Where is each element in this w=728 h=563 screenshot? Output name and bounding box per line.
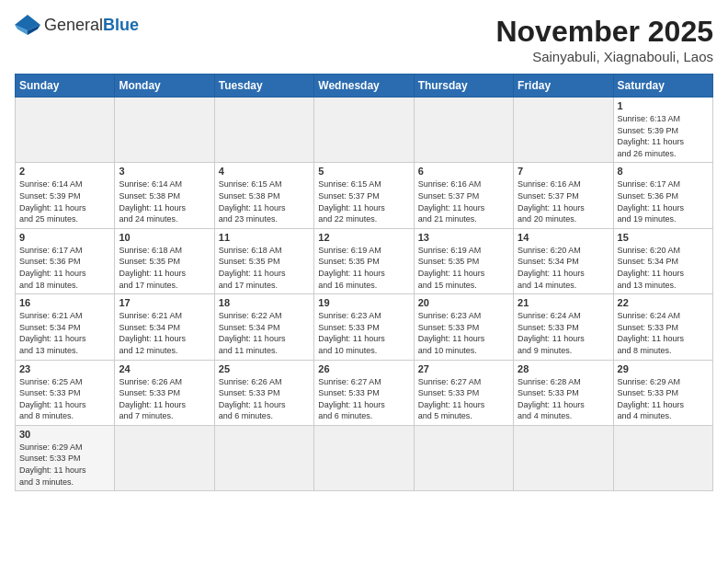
calendar-cell: 15Sunrise: 6:20 AMSunset: 5:34 PMDayligh…: [613, 228, 712, 293]
day-info: Sunrise: 6:22 AMSunset: 5:34 PMDaylight:…: [219, 310, 310, 356]
calendar-cell: 1Sunrise: 6:13 AMSunset: 5:39 PMDaylight…: [613, 98, 712, 163]
day-info: Sunrise: 6:25 AMSunset: 5:33 PMDaylight:…: [19, 376, 110, 422]
day-number: 9: [19, 232, 110, 243]
day-info: Sunrise: 6:27 AMSunset: 5:33 PMDaylight:…: [418, 376, 509, 422]
calendar-cell: [16, 98, 115, 163]
calendar-week-6: 30Sunrise: 6:29 AMSunset: 5:33 PMDayligh…: [16, 425, 713, 490]
day-info: Sunrise: 6:16 AMSunset: 5:37 PMDaylight:…: [518, 178, 609, 224]
day-info: Sunrise: 6:13 AMSunset: 5:39 PMDaylight:…: [618, 113, 709, 159]
day-number: 17: [119, 297, 210, 308]
calendar-cell: [115, 98, 214, 163]
day-info: Sunrise: 6:19 AMSunset: 5:35 PMDaylight:…: [318, 245, 409, 291]
day-number: 23: [19, 363, 110, 374]
calendar-cell: 14Sunrise: 6:20 AMSunset: 5:34 PMDayligh…: [514, 228, 613, 293]
calendar-cell: 7Sunrise: 6:16 AMSunset: 5:37 PMDaylight…: [514, 163, 613, 228]
day-number: 19: [318, 297, 409, 308]
calendar-cell: [414, 425, 513, 490]
day-info: Sunrise: 6:24 AMSunset: 5:33 PMDaylight:…: [618, 310, 709, 356]
calendar-cell: 22Sunrise: 6:24 AMSunset: 5:33 PMDayligh…: [613, 294, 712, 360]
day-number: 1: [618, 100, 709, 111]
calendar-cell: [514, 98, 613, 163]
day-number: 21: [518, 297, 609, 308]
day-number: 8: [618, 166, 709, 177]
day-number: 22: [618, 297, 709, 308]
day-info: Sunrise: 6:26 AMSunset: 5:33 PMDaylight:…: [119, 376, 210, 422]
logo-text: GeneralBlue: [44, 16, 139, 35]
calendar-cell: 29Sunrise: 6:29 AMSunset: 5:33 PMDayligh…: [613, 360, 712, 425]
day-info: Sunrise: 6:29 AMSunset: 5:33 PMDaylight:…: [19, 442, 110, 488]
day-number: 16: [19, 297, 110, 308]
day-info: Sunrise: 6:24 AMSunset: 5:33 PMDaylight:…: [518, 310, 609, 356]
calendar-cell: 3Sunrise: 6:14 AMSunset: 5:38 PMDaylight…: [115, 163, 214, 228]
calendar-cell: 27Sunrise: 6:27 AMSunset: 5:33 PMDayligh…: [414, 360, 513, 425]
logo: GeneralBlue: [15, 15, 139, 35]
day-number: 15: [618, 232, 709, 243]
calendar-cell: 21Sunrise: 6:24 AMSunset: 5:33 PMDayligh…: [514, 294, 613, 360]
calendar-cell: [613, 425, 712, 490]
day-number: 4: [219, 166, 310, 177]
day-info: Sunrise: 6:21 AMSunset: 5:34 PMDaylight:…: [119, 310, 210, 356]
day-info: Sunrise: 6:20 AMSunset: 5:34 PMDaylight:…: [518, 245, 609, 291]
logo-area: GeneralBlue: [15, 15, 139, 35]
day-number: 26: [318, 363, 409, 374]
day-info: Sunrise: 6:21 AMSunset: 5:34 PMDaylight:…: [19, 310, 110, 356]
calendar-cell: 23Sunrise: 6:25 AMSunset: 5:33 PMDayligh…: [16, 360, 115, 425]
day-number: 2: [19, 166, 110, 177]
calendar-cell: 26Sunrise: 6:27 AMSunset: 5:33 PMDayligh…: [314, 360, 414, 425]
calendar-cell: 16Sunrise: 6:21 AMSunset: 5:34 PMDayligh…: [16, 294, 115, 360]
calendar-week-1: 1Sunrise: 6:13 AMSunset: 5:39 PMDaylight…: [16, 98, 713, 163]
calendar-cell: [314, 98, 414, 163]
day-number: 12: [318, 232, 409, 243]
day-info: Sunrise: 6:18 AMSunset: 5:35 PMDaylight:…: [119, 245, 210, 291]
calendar-cell: [514, 425, 613, 490]
day-number: 29: [618, 363, 709, 374]
day-number: 7: [518, 166, 609, 177]
location-title: Sainyabuli, Xiagnabouli, Laos: [495, 49, 713, 64]
day-info: Sunrise: 6:20 AMSunset: 5:34 PMDaylight:…: [618, 245, 709, 291]
day-info: Sunrise: 6:14 AMSunset: 5:39 PMDaylight:…: [19, 178, 110, 224]
day-number: 25: [219, 363, 310, 374]
calendar-cell: 4Sunrise: 6:15 AMSunset: 5:38 PMDaylight…: [214, 163, 313, 228]
day-number: 10: [119, 232, 210, 243]
calendar-table: SundayMondayTuesdayWednesdayThursdayFrid…: [15, 74, 713, 491]
calendar-week-2: 2Sunrise: 6:14 AMSunset: 5:39 PMDaylight…: [16, 163, 713, 228]
day-info: Sunrise: 6:23 AMSunset: 5:33 PMDaylight:…: [318, 310, 409, 356]
calendar-cell: 6Sunrise: 6:16 AMSunset: 5:37 PMDaylight…: [414, 163, 513, 228]
logo-blue: Blue: [103, 16, 139, 34]
header-saturday: Saturday: [613, 75, 712, 98]
day-number: 24: [119, 363, 210, 374]
calendar-cell: [414, 98, 513, 163]
day-info: Sunrise: 6:29 AMSunset: 5:33 PMDaylight:…: [618, 376, 709, 422]
calendar-cell: 13Sunrise: 6:19 AMSunset: 5:35 PMDayligh…: [414, 228, 513, 293]
calendar-cell: 28Sunrise: 6:28 AMSunset: 5:33 PMDayligh…: [514, 360, 613, 425]
calendar-cell: 17Sunrise: 6:21 AMSunset: 5:34 PMDayligh…: [115, 294, 214, 360]
header-sunday: Sunday: [16, 75, 115, 98]
header-monday: Monday: [115, 75, 214, 98]
day-info: Sunrise: 6:28 AMSunset: 5:33 PMDaylight:…: [518, 376, 609, 422]
day-number: 11: [219, 232, 310, 243]
day-number: 27: [418, 363, 509, 374]
calendar-cell: [214, 425, 313, 490]
calendar-cell: 30Sunrise: 6:29 AMSunset: 5:33 PMDayligh…: [16, 425, 115, 490]
day-number: 28: [518, 363, 609, 374]
calendar-week-5: 23Sunrise: 6:25 AMSunset: 5:33 PMDayligh…: [16, 360, 713, 425]
calendar-week-4: 16Sunrise: 6:21 AMSunset: 5:34 PMDayligh…: [16, 294, 713, 360]
day-number: 14: [518, 232, 609, 243]
calendar-cell: 9Sunrise: 6:17 AMSunset: 5:36 PMDaylight…: [16, 228, 115, 293]
calendar-header-row: SundayMondayTuesdayWednesdayThursdayFrid…: [16, 75, 713, 98]
day-info: Sunrise: 6:15 AMSunset: 5:37 PMDaylight:…: [318, 178, 409, 224]
logo-general: General: [44, 16, 103, 34]
calendar-week-3: 9Sunrise: 6:17 AMSunset: 5:36 PMDaylight…: [16, 228, 713, 293]
day-number: 6: [418, 166, 509, 177]
calendar-cell: 24Sunrise: 6:26 AMSunset: 5:33 PMDayligh…: [115, 360, 214, 425]
day-info: Sunrise: 6:27 AMSunset: 5:33 PMDaylight:…: [318, 376, 409, 422]
day-number: 18: [219, 297, 310, 308]
day-info: Sunrise: 6:19 AMSunset: 5:35 PMDaylight:…: [418, 245, 509, 291]
header-tuesday: Tuesday: [214, 75, 313, 98]
day-info: Sunrise: 6:16 AMSunset: 5:37 PMDaylight:…: [418, 178, 509, 224]
calendar-cell: 8Sunrise: 6:17 AMSunset: 5:36 PMDaylight…: [613, 163, 712, 228]
calendar-cell: [214, 98, 313, 163]
day-info: Sunrise: 6:17 AMSunset: 5:36 PMDaylight:…: [19, 245, 110, 291]
month-title: November 2025: [495, 15, 713, 49]
day-number: 5: [318, 166, 409, 177]
